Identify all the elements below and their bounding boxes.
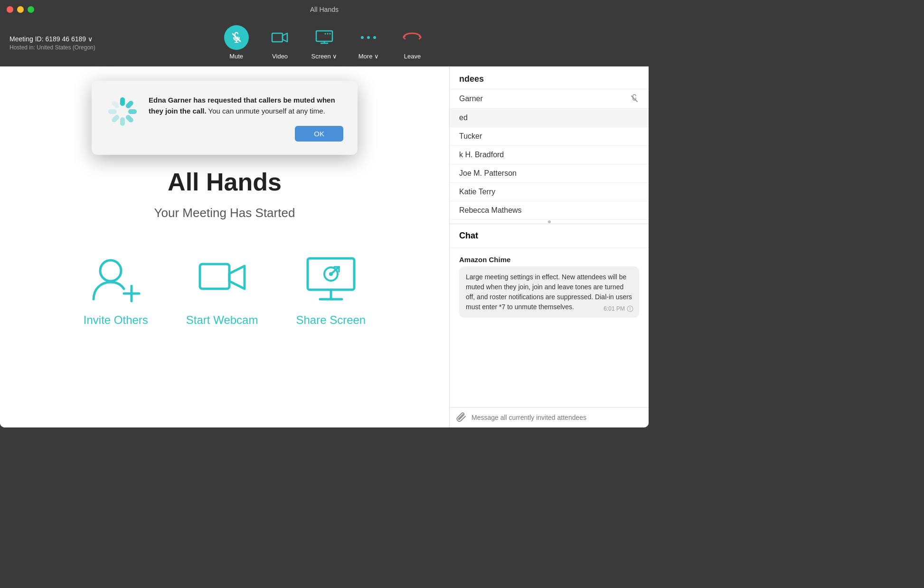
svg-rect-31 (111, 100, 120, 109)
attendee-row-highlighted: ed (450, 109, 649, 127)
invite-others-button[interactable]: Invite Others (84, 254, 148, 327)
attendee-name: Joe M. Patterson (459, 169, 517, 178)
svg-point-9 (361, 36, 364, 39)
svg-point-10 (367, 36, 370, 39)
webcam-label: Start Webcam (186, 313, 258, 327)
more-button[interactable]: More ∨ (356, 25, 381, 60)
chat-time: 6:01 PM (603, 304, 633, 313)
share-screen-icon (305, 254, 357, 306)
window-title: All Hands (310, 6, 339, 13)
chat-input[interactable] (471, 414, 642, 421)
meeting-id[interactable]: Meeting ID: 6189 46 6189 ∨ (9, 35, 95, 42)
more-icon (356, 25, 381, 50)
svg-point-34 (630, 307, 631, 308)
mute-icon (630, 94, 639, 104)
screen-label: Screen ∨ (311, 53, 338, 60)
mute-button[interactable]: Mute (224, 25, 249, 60)
attendee-row: Joe M. Patterson (450, 164, 649, 183)
minimize-button[interactable] (17, 6, 24, 13)
svg-rect-4 (316, 31, 332, 41)
attendees-header: ndees (450, 66, 649, 89)
svg-rect-28 (120, 117, 125, 126)
meeting-title: All Hands (168, 168, 282, 196)
dialog-ok-button[interactable]: OK (295, 126, 343, 142)
attendees-section: ndees Garner ed Tucker k H. Bradford (450, 66, 649, 224)
attendee-name: Garner (459, 95, 483, 103)
chat-section: Chat Amazon Chime Large meeting settings… (450, 224, 649, 427)
svg-point-36 (630, 310, 631, 311)
attendee-name: ed (459, 114, 468, 122)
svg-point-7 (330, 33, 331, 35)
invite-label: Invite Others (84, 313, 148, 327)
dialog-overlay: Edna Garner has requested that callers b… (0, 66, 449, 427)
svg-rect-24 (120, 97, 125, 106)
title-bar: All Hands (0, 0, 649, 19)
svg-point-35 (630, 308, 631, 309)
attendee-name: Rebecca Mathews (459, 206, 522, 215)
meeting-subtitle: Your Meeting Has Started (154, 206, 295, 220)
dialog-message: Edna Garner has requested that callers b… (149, 95, 343, 116)
video-button[interactable]: Video (268, 25, 292, 60)
screen-button[interactable]: Screen ∨ (311, 25, 338, 60)
attachment-icon[interactable] (456, 412, 467, 423)
svg-point-6 (327, 33, 329, 35)
attendee-row: k H. Bradford (450, 146, 649, 164)
dialog-message-rest: You can unmute yourself at any time. (208, 107, 325, 115)
svg-rect-3 (272, 33, 283, 42)
meeting-info: Meeting ID: 6189 46 6189 ∨ Hosted in: Un… (9, 35, 95, 50)
svg-rect-25 (125, 100, 134, 109)
svg-point-12 (100, 260, 121, 281)
video-icon (268, 25, 292, 50)
chat-sender: Amazon Chime (459, 256, 639, 264)
leave-button[interactable]: Leave (400, 25, 424, 60)
invite-icon (90, 254, 142, 306)
webcam-icon (196, 254, 248, 306)
svg-rect-26 (128, 109, 137, 114)
svg-point-21 (329, 272, 333, 276)
fullscreen-button[interactable] (28, 6, 34, 13)
svg-rect-15 (200, 264, 229, 289)
attendee-row: Katie Terry (450, 183, 649, 201)
main-layout: All Hands Your Meeting Has Started Invit… (0, 66, 649, 427)
video-label: Video (272, 53, 288, 60)
chime-icon (106, 95, 139, 128)
dialog-box: Edna Garner has requested that callers b… (92, 81, 358, 155)
leave-icon (400, 25, 424, 50)
attendee-name: Katie Terry (459, 188, 495, 196)
meeting-hosted: Hosted in: United States (Oregon) (9, 44, 95, 50)
close-button[interactable] (7, 6, 13, 13)
more-label: More ∨ (358, 53, 379, 60)
mute-label: Mute (229, 53, 243, 60)
svg-point-11 (373, 36, 376, 39)
attendee-row: Rebecca Mathews (450, 201, 649, 220)
start-webcam-button[interactable]: Start Webcam (186, 254, 258, 327)
share-label: Share Screen (296, 313, 366, 327)
chat-input-bar (450, 407, 649, 427)
svg-rect-29 (111, 114, 120, 123)
chat-bubble: Large meeting settings in effect. New at… (459, 266, 639, 318)
chat-options-icon[interactable] (627, 305, 633, 312)
scroll-indicator (450, 220, 649, 224)
screen-icon (312, 25, 337, 50)
dialog-content: Edna Garner has requested that callers b… (149, 95, 343, 142)
action-buttons: Invite Others Start Webcam (84, 254, 366, 327)
share-screen-button[interactable]: Share Screen (296, 254, 366, 327)
attendee-name: Tucker (459, 132, 482, 141)
attendee-name: k H. Bradford (459, 151, 504, 159)
leave-label: Leave (404, 53, 421, 60)
chat-header: Chat (450, 224, 649, 248)
collapse-sidebar-button[interactable]: » (449, 237, 450, 256)
svg-point-8 (325, 33, 326, 35)
mute-icon (224, 25, 249, 50)
sidebar: » ndees Garner ed Tucker (449, 66, 649, 427)
content-area: All Hands Your Meeting Has Started Invit… (0, 66, 449, 427)
traffic-lights (7, 6, 34, 13)
toolbar: Meeting ID: 6189 46 6189 ∨ Hosted in: Un… (0, 19, 649, 66)
attendee-row: Tucker (450, 127, 649, 146)
attendee-row: Garner (450, 89, 649, 109)
svg-line-32 (632, 96, 637, 102)
svg-rect-30 (108, 109, 117, 114)
chat-messages: Amazon Chime Large meeting settings in e… (450, 248, 649, 407)
svg-rect-27 (125, 114, 134, 123)
